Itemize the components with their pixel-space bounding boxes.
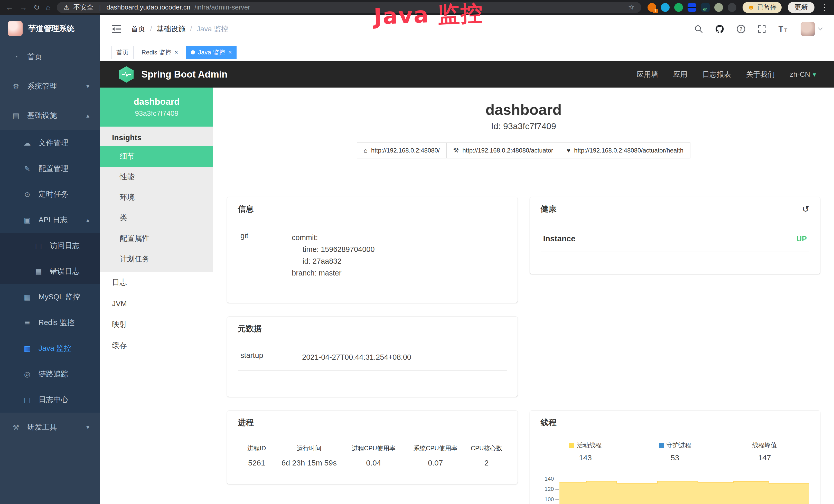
menu-label: Java 监控 <box>39 343 71 353</box>
browser-menu-icon[interactable]: ⋮ <box>821 3 828 12</box>
breadcrumb-infrastructure[interactable]: 基础设施 <box>157 24 185 34</box>
hamburger-icon[interactable] <box>111 25 122 33</box>
breadcrumb-separator: / <box>150 25 152 33</box>
sba-item-environment[interactable]: 环境 <box>100 187 213 208</box>
info-row-git: git commit: time: 1596289704000 id: 27aa… <box>238 228 507 286</box>
user-menu[interactable] <box>800 22 823 36</box>
service-url-link[interactable]: ⌂ http://192.168.0.2:48080/ <box>357 142 446 158</box>
sba-item-logs[interactable]: 日志 <box>100 272 213 293</box>
menu-label: 链路追踪 <box>39 369 68 379</box>
menu-label: 访问日志 <box>50 240 80 251</box>
extension-icon-5[interactable]: on <box>701 3 710 12</box>
sba-item-caches[interactable]: 缓存 <box>100 335 213 356</box>
health-row-instance: Instance UP <box>541 228 810 252</box>
sidebar-item-system-management[interactable]: ⚙ 系统管理 ▾ <box>0 72 100 101</box>
browser-forward-button[interactable]: → <box>20 4 27 11</box>
actuator-url-link[interactable]: ⚒ http://192.168.0.2:48080/actuator <box>446 142 560 158</box>
breadcrumb-home[interactable]: 首页 <box>131 24 146 34</box>
font-size-icon[interactable]: TT <box>778 25 789 33</box>
sidebar-item-mysql-monitor[interactable]: ▦ MySQL 监控 <box>0 284 100 310</box>
legend-value: 53 <box>630 453 720 462</box>
sidebar-item-tracing[interactable]: ◎ 链路追踪 <box>0 361 100 387</box>
search-icon[interactable] <box>694 25 703 33</box>
sba-nav-journal[interactable]: 日志报表 <box>702 70 731 79</box>
menu-label: 首页 <box>27 52 42 62</box>
health-card-header: 健康 ↺ <box>530 197 820 221</box>
instance-header[interactable]: dashboard 93a3fc7f7409 <box>100 88 213 127</box>
uptime-value: 6d 23h 15m 59s <box>276 456 343 471</box>
sidebar-item-error-logs[interactable]: ▤ 错误日志 <box>0 258 100 284</box>
browser-back-button[interactable]: ← <box>6 4 13 11</box>
sba-nav-wallboard[interactable]: 应用墙 <box>637 70 658 79</box>
sba-content: dashboard Id: 93a3fc7f7409 ⌂ http://192.… <box>213 88 834 504</box>
sba-nav-about[interactable]: 关于我们 <box>746 70 775 79</box>
extension-icon-1[interactable]: 1 <box>648 3 656 12</box>
browser-reload-button[interactable]: ↻ <box>34 4 40 11</box>
menu-label: 错误日志 <box>50 266 80 276</box>
legend-label: 线程峰值 <box>752 441 777 449</box>
sba-item-scheduled-tasks[interactable]: 计划任务 <box>100 249 213 269</box>
legend-value: 147 <box>720 453 809 462</box>
sidebar-item-java-monitor[interactable]: ▥ Java 监控 <box>0 336 100 361</box>
sba-item-details[interactable]: 细节 <box>100 146 213 167</box>
close-icon[interactable]: × <box>228 49 232 56</box>
tab-redis-monitor[interactable]: Redis 监控 × <box>137 46 183 59</box>
sba-item-config-props[interactable]: 配置属性 <box>100 228 213 249</box>
fullscreen-icon[interactable] <box>758 25 766 33</box>
sba-item-metrics[interactable]: 性能 <box>100 167 213 187</box>
sidebar-item-infrastructure[interactable]: ▤ 基础设施 ▴ <box>0 101 100 130</box>
sidebar-item-log-center[interactable]: ▤ 日志中心 <box>0 387 100 413</box>
address-divider: | <box>99 3 101 11</box>
profile-paused-chip[interactable]: ☻ 已暂停 <box>743 2 782 13</box>
layers-icon: ≣ <box>23 319 32 327</box>
git-id-line: id: 27aa832 <box>292 255 375 267</box>
menu-label: 定时任务 <box>39 189 68 200</box>
metadata-value: 2021-04-27T00:44:31.254+08:00 <box>302 351 411 363</box>
metadata-card-body: startup 2021-04-27T00:44:31.254+08:00 <box>227 341 518 381</box>
legend-value: 143 <box>541 453 630 462</box>
y-tick-140: 140 <box>545 476 554 482</box>
threads-legend: 活动线程 143 守护进程 <box>541 441 810 462</box>
sidebar-item-dev-tools[interactable]: ⚒ 研发工具 ▾ <box>0 413 100 442</box>
document-icon: ▤ <box>23 396 32 404</box>
sidebar-item-api-logs[interactable]: ▣ API 日志 ▴ <box>0 207 100 233</box>
help-icon[interactable]: ? <box>737 24 746 33</box>
sidebar-item-access-logs[interactable]: ▤ 访问日志 <box>0 233 100 258</box>
dashboard-icon: ◔ <box>11 53 21 61</box>
sidebar-header[interactable]: 芋道管理系统 <box>0 15 100 42</box>
extension-icon-6[interactable] <box>714 3 723 12</box>
security-label[interactable]: 不安全 <box>73 3 93 12</box>
sidebar-item-redis-monitor[interactable]: ≣ Redis 监控 <box>0 310 100 336</box>
sidebar-item-config-management[interactable]: ✎ 配置管理 <box>0 156 100 182</box>
browser-home-button[interactable]: ⌂ <box>46 4 50 11</box>
cards-row-2: 元数据 startup 2021-04-27T00:44:31.254+08:0… <box>227 317 820 397</box>
menu-label: 研发工具 <box>27 422 57 432</box>
health-url-link[interactable]: ♥ http://192.168.0.2:48080/actuator/heal… <box>560 142 690 158</box>
tab-home[interactable]: 首页 <box>111 46 134 59</box>
tab-java-monitor[interactable]: Java 监控 × <box>186 46 237 59</box>
menu-label: API 日志 <box>39 215 68 225</box>
address-bar[interactable]: ⚠ 不安全 | dashboard.yudao.iocoder.cn /infr… <box>57 2 641 13</box>
close-icon[interactable]: × <box>174 49 178 56</box>
sba-nav-applications[interactable]: 应用 <box>673 70 687 79</box>
sba-item-mappings[interactable]: 映射 <box>100 314 213 335</box>
sidebar-item-home[interactable]: ◔ 首页 <box>0 42 100 72</box>
sba-item-classes[interactable]: 类 <box>100 208 213 228</box>
browser-update-button[interactable]: 更新 <box>788 2 814 13</box>
github-icon[interactable] <box>715 24 725 34</box>
legend-swatch-yellow <box>569 443 574 448</box>
sba-brand[interactable]: Spring Boot Admin <box>118 66 227 83</box>
sba-item-jvm[interactable]: JVM <box>100 293 213 314</box>
sidebar-item-file-management[interactable]: ☁ 文件管理 <box>0 130 100 156</box>
document-icon: ▣ <box>23 216 32 224</box>
avatar[interactable] <box>800 22 815 36</box>
sidebar-item-scheduled-tasks[interactable]: ⊙ 定时任务 <box>0 182 100 207</box>
extension-icon-4[interactable] <box>687 3 696 12</box>
live-threads-area <box>559 481 809 504</box>
extension-icon-2[interactable] <box>661 3 670 12</box>
locale-select[interactable]: zh-CN ▾ <box>790 70 816 78</box>
extension-icon-7[interactable] <box>728 3 737 12</box>
bookmark-star-icon[interactable]: ☆ <box>628 3 635 12</box>
extension-icon-3[interactable] <box>674 3 683 12</box>
history-icon[interactable]: ↺ <box>802 205 810 213</box>
